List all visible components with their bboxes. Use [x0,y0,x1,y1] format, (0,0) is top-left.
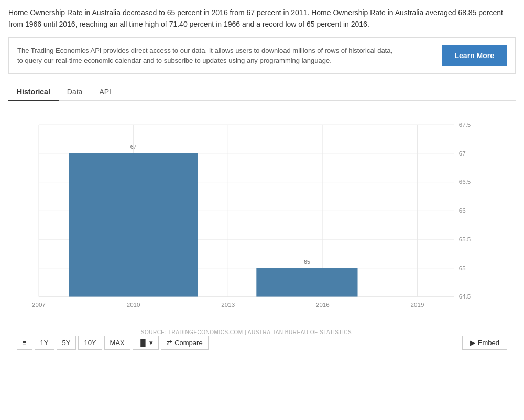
period-1y-button[interactable]: 1Y [35,336,54,350]
description-text: Home Ownership Rate in Australia decreas… [8,7,516,30]
period-max-button[interactable]: MAX [104,336,130,350]
chart-type-icon: ▐▌ [138,339,148,347]
tab-data[interactable]: Data [59,83,91,100]
api-banner-text: The Trading Economics API provides direc… [17,46,395,66]
bar-2010 [69,153,198,297]
compare-label: Compare [174,339,202,347]
svg-text:66: 66 [459,208,466,214]
embed-label: Embed [478,339,499,347]
period-5y-button[interactable]: 5Y [57,336,77,350]
svg-text:67: 67 [130,144,137,150]
chart-source: SOURCE: TRADINGECONOMICS.COM | AUSTRALIA… [8,329,484,335]
svg-text:66.5: 66.5 [459,179,471,185]
svg-text:2010: 2010 [127,302,140,308]
svg-text:2019: 2019 [411,302,424,308]
period-10y-button[interactable]: 10Y [78,336,102,350]
svg-text:64.5: 64.5 [459,294,471,300]
tab-historical[interactable]: Historical [8,83,59,100]
svg-text:67.5: 67.5 [459,121,471,128]
menu-button[interactable]: ≡ [17,336,32,350]
chart-area: 67.5 67 66.5 66 65.5 65 64.5 67 65 2007 [8,106,516,326]
svg-text:65: 65 [459,265,466,271]
svg-text:65.5: 65.5 [459,236,471,242]
svg-text:2013: 2013 [221,302,235,308]
chart-type-chevron: ▾ [149,339,153,347]
chart-svg: 67.5 67 66.5 66 65.5 65 64.5 67 65 2007 [8,106,484,326]
chart-type-button[interactable]: ▐▌ ▾ [133,336,159,350]
learn-more-button[interactable]: Learn More [442,45,507,66]
api-banner: The Trading Economics API provides direc… [8,37,516,74]
tab-api[interactable]: API [91,83,119,100]
svg-text:65: 65 [304,259,310,265]
bar-2016 [256,268,357,297]
compare-button[interactable]: ⇄ Compare [161,336,208,350]
main-container: Home Ownership Rate in Australia decreas… [0,0,524,355]
tabs-container: Historical Data API [8,83,516,101]
svg-text:2016: 2016 [316,302,330,308]
embed-button[interactable]: ▶ Embed [462,336,507,350]
svg-text:2007: 2007 [32,302,46,308]
compare-icon: ⇄ [167,339,172,347]
embed-icon: ▶ [470,339,475,347]
svg-text:67: 67 [459,150,466,157]
